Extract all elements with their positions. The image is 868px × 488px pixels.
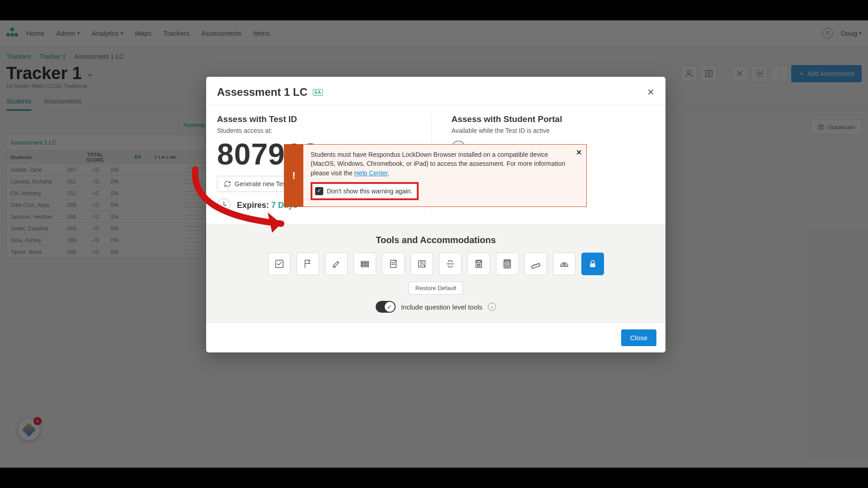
dont-show-label: Don't show this warning again. xyxy=(327,187,412,196)
svg-rect-11 xyxy=(361,266,368,267)
close-button[interactable]: Close xyxy=(621,329,656,346)
lockdown-warning: ! Students must have Respondus LockDown … xyxy=(284,144,587,207)
scientific-calculator-tool[interactable] xyxy=(496,253,519,275)
warning-close-button[interactable]: ✕ xyxy=(576,148,582,157)
assess-testid-title: Assess with Test ID xyxy=(217,114,420,124)
ea-badge: EA xyxy=(313,89,323,96)
svg-point-19 xyxy=(477,266,477,266)
dont-show-checkbox[interactable]: ✓ xyxy=(315,187,323,195)
modal-title: Assessment 1 LC xyxy=(217,86,307,99)
svg-rect-10 xyxy=(361,263,368,265)
dont-show-again-wrap[interactable]: ✓ Don't show this warning again. xyxy=(311,182,419,200)
assessment-modal: Assessment 1 LC EA ✕ Assess with Test ID… xyxy=(206,77,665,352)
flag-tool[interactable] xyxy=(297,253,319,275)
svg-rect-9 xyxy=(361,262,368,263)
ruler-tool[interactable] xyxy=(524,253,547,275)
svg-rect-15 xyxy=(476,261,481,263)
warning-text: Students must have Respondus LockDown Br… xyxy=(311,151,565,177)
highlighter-tool[interactable] xyxy=(325,253,348,275)
student-portal-title: Assess with Student Portal xyxy=(452,114,655,124)
restore-default-button[interactable]: Restore Default xyxy=(409,282,463,295)
basic-calculator-tool[interactable] xyxy=(467,253,490,275)
svg-point-17 xyxy=(478,264,479,264)
svg-rect-24 xyxy=(531,263,540,268)
svg-rect-23 xyxy=(505,261,509,262)
help-center-link[interactable]: Help Center xyxy=(354,169,388,177)
svg-point-16 xyxy=(477,264,477,264)
protractor-tool[interactable] xyxy=(553,253,576,275)
app-viewport: Home Admin▾ Analytics▾ Maps Trackers Ass… xyxy=(0,20,868,468)
clock-icon xyxy=(217,198,231,212)
answer-check-tool[interactable] xyxy=(268,253,291,275)
svg-rect-25 xyxy=(590,263,595,267)
warning-icon: ! xyxy=(284,145,303,206)
answer-eliminator-tool[interactable] xyxy=(410,253,433,275)
expires-label: Expires: xyxy=(237,201,269,210)
modal-close-button[interactable]: ✕ xyxy=(647,88,655,97)
notepad-tool[interactable] xyxy=(382,253,405,275)
refresh-icon xyxy=(224,180,231,188)
tools-title: Tools and Accommodations xyxy=(217,235,655,245)
strikethrough-tool[interactable] xyxy=(439,253,462,275)
access-label: Students access at: xyxy=(217,127,420,134)
lockdown-tool[interactable] xyxy=(581,253,604,275)
info-icon[interactable]: i xyxy=(488,303,496,311)
svg-point-18 xyxy=(480,264,480,264)
svg-point-20 xyxy=(478,266,479,266)
include-question-tools-toggle[interactable]: ✓ xyxy=(376,301,396,313)
student-portal-sub: Available while the Test ID is active xyxy=(452,127,655,134)
include-question-tools-label: Include question level tools xyxy=(401,303,482,311)
line-reader-tool[interactable] xyxy=(354,253,376,275)
svg-point-21 xyxy=(480,266,480,266)
